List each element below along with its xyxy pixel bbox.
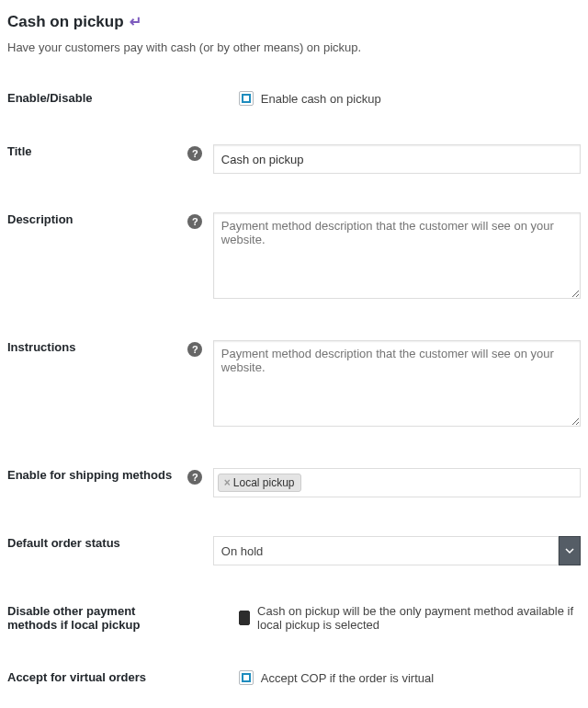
help-icon[interactable]: ? [187,470,202,485]
enable-checkbox[interactable] [239,91,254,106]
help-icon[interactable]: ? [187,146,202,161]
subtitle: Have your customers pay with cash (or by… [7,40,581,54]
virtual-checkbox[interactable] [239,670,254,685]
tag-label: Local pickup [233,476,295,489]
order-status-select[interactable]: On hold [213,536,581,565]
title-label: Title [7,133,187,201]
page-title: Cash on pickup ↵ [7,13,581,31]
heading-text: Cash on pickup [7,13,124,31]
title-input[interactable] [213,144,581,174]
virtual-checkbox-label: Accept COP if the order is virtual [261,671,434,685]
chevron-down-icon[interactable] [559,536,581,565]
enable-checkbox-label: Enable cash on pickup [261,92,381,106]
shipping-methods-input[interactable]: × Local pickup [213,468,581,497]
enable-label: Enable/Disable [7,80,187,133]
remove-tag-icon[interactable]: × [224,476,231,489]
back-link-icon[interactable]: ↵ [130,15,141,29]
description-textarea[interactable] [213,212,581,299]
shipping-method-tag: × Local pickup [218,474,301,492]
order-status-value: On hold [213,536,559,565]
instructions-label: Instructions [7,329,187,457]
help-icon[interactable]: ? [187,342,202,357]
disable-others-label: Disable other payment methods if local p… [7,593,187,659]
order-status-label: Default order status [7,525,187,593]
disable-others-checkbox-label: Cash on pickup will be the only payment … [257,604,581,632]
instructions-textarea[interactable] [213,340,581,427]
settings-form: Enable/Disable Enable cash on pickup Tit… [7,80,581,708]
disable-others-checkbox[interactable] [239,611,250,625]
description-label: Description [7,201,187,329]
virtual-label: Accept for virtual orders [7,659,187,708]
shipping-methods-label: Enable for shipping methods [7,457,187,525]
help-icon[interactable]: ? [187,214,202,229]
